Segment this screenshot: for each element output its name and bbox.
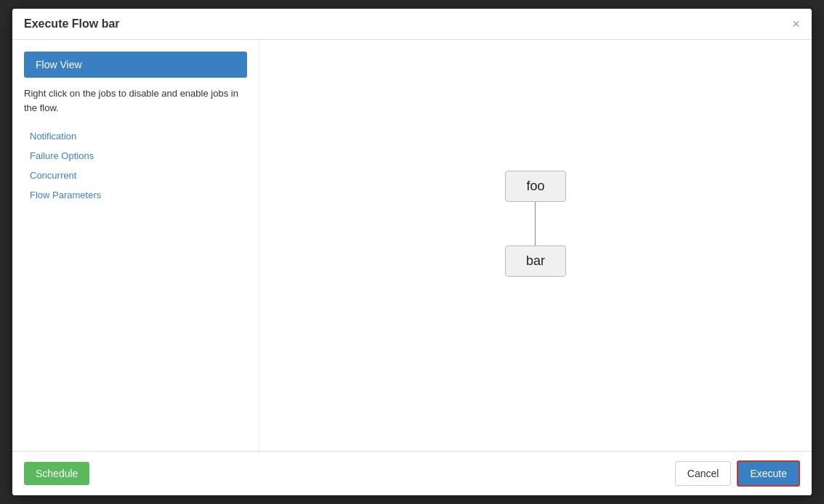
flow-connector <box>535 202 536 245</box>
instruction-text: Right click on the jobs to disable and e… <box>24 86 247 115</box>
flow-view-button[interactable]: Flow View <box>24 52 247 78</box>
close-button[interactable]: × <box>792 17 800 31</box>
sidebar-item-failure-options[interactable]: Failure Options <box>24 146 247 166</box>
sidebar: Flow View Right click on the jobs to dis… <box>12 40 259 451</box>
footer-actions: Cancel Execute <box>675 460 800 487</box>
modal-overlay: Execute Flow bar × Flow View Right click… <box>0 0 824 504</box>
schedule-button[interactable]: Schedule <box>24 462 89 485</box>
execute-button[interactable]: Execute <box>737 460 800 487</box>
sidebar-item-concurrent[interactable]: Concurrent <box>24 166 247 185</box>
sidebar-item-flow-parameters[interactable]: Flow Parameters <box>24 185 247 205</box>
flow-node-bar[interactable]: bar <box>505 245 566 277</box>
modal-header: Execute Flow bar × <box>12 9 812 40</box>
modal-title: Execute Flow bar <box>24 17 120 31</box>
main-content: foo bar <box>259 40 812 451</box>
sidebar-item-notification[interactable]: Notification <box>24 126 247 146</box>
flow-node-foo[interactable]: foo <box>505 171 565 202</box>
modal-body: Flow View Right click on the jobs to dis… <box>12 40 812 451</box>
cancel-button[interactable]: Cancel <box>675 461 732 486</box>
modal-footer: Schedule Cancel Execute <box>12 451 812 495</box>
flow-nodes: foo bar <box>505 171 566 277</box>
flow-diagram: foo bar <box>259 40 812 451</box>
execute-flow-modal: Execute Flow bar × Flow View Right click… <box>12 9 812 495</box>
